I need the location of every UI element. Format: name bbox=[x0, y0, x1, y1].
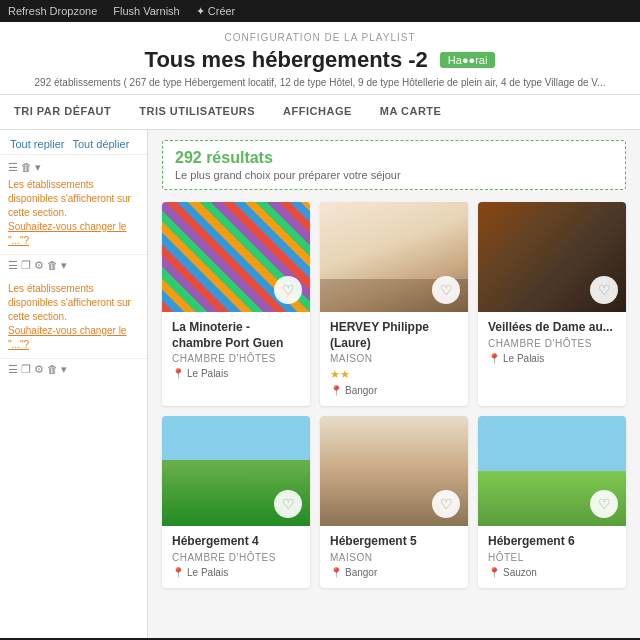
card-body-2: HERVEY Philippe (Laure) MAISON ★★ 📍 Bang… bbox=[320, 312, 468, 406]
tab-tri-defaut[interactable]: TRI PAR DÉFAUT bbox=[10, 95, 115, 129]
card-name-3: Veillées de Dame au... bbox=[488, 320, 616, 336]
playlist-title-row: Tous mes hébergements -2 Ha●●rai bbox=[20, 47, 620, 73]
sidebar-section-2-link[interactable]: Souhaitez-vous changer le bbox=[8, 325, 126, 336]
heart-icon-1[interactable]: ♡ bbox=[274, 276, 302, 304]
main-layout: Tout replier Tout déplier ☰ 🗑 ▾ Les étab… bbox=[0, 130, 640, 638]
gear-icon-1[interactable]: ⚙ bbox=[34, 259, 44, 272]
expand-all-btn[interactable]: Tout déplier bbox=[72, 138, 129, 150]
card-name-6: Hébergement 6 bbox=[488, 534, 616, 550]
property-card-3: ♡ Veillées de Dame au... CHAMBRE D'HÔTES… bbox=[478, 202, 626, 406]
results-header: 292 résultats Le plus grand choix pour p… bbox=[162, 140, 626, 190]
card-location-text-3: Le Palais bbox=[503, 353, 544, 364]
sidebar-section-1-icons: ☰ 🗑 ▾ bbox=[8, 161, 41, 174]
card-body-6: Hébergement 6 HÔTEL 📍 Sauzon bbox=[478, 526, 626, 588]
card-location-6: 📍 Sauzon bbox=[488, 567, 616, 578]
content-area: 292 résultats Le plus grand choix pour p… bbox=[148, 130, 640, 638]
card-type-6: HÔTEL bbox=[488, 552, 616, 563]
top-toolbar: Refresh Dropzone Flush Varnish ✦ Créer bbox=[0, 0, 640, 22]
card-type-1: CHAMBRE D'HÔTES bbox=[172, 353, 300, 364]
refresh-dropzone-btn[interactable]: Refresh Dropzone bbox=[8, 5, 97, 17]
tab-affichage[interactable]: AFFICHAGE bbox=[279, 95, 356, 129]
sidebar-section-1-linktext[interactable]: "..."? bbox=[8, 235, 29, 246]
collapse-all-btn[interactable]: Tout replier bbox=[10, 138, 64, 150]
duplicate-icon-1[interactable]: ❐ bbox=[21, 259, 31, 272]
creer-btn[interactable]: ✦ Créer bbox=[196, 5, 236, 18]
playlist-subtitle: 292 établissements ( 267 de type Héberge… bbox=[20, 77, 620, 88]
card-location-2: 📍 Bangor bbox=[330, 385, 458, 396]
sidebar-section-1-link[interactable]: Souhaitez-vous changer le bbox=[8, 221, 126, 232]
heart-icon-2[interactable]: ♡ bbox=[432, 276, 460, 304]
card-type-4: CHAMBRE D'HÔTES bbox=[172, 552, 300, 563]
property-cards-grid: ♡ La Minoterie - chambre Port Guen CHAMB… bbox=[162, 202, 626, 588]
property-card-6: ♡ Hébergement 6 HÔTEL 📍 Sauzon bbox=[478, 416, 626, 588]
sidebar-icons-row-2: ☰ ❐ ⚙ 🗑 ▾ bbox=[0, 359, 147, 380]
card-image-2: ♡ bbox=[320, 202, 468, 312]
tab-tris-utilisateurs[interactable]: TRIS UTILISATEURS bbox=[135, 95, 259, 129]
property-card-5: ♡ Hébergement 5 MAISON 📍 Bangor bbox=[320, 416, 468, 588]
heart-icon-5[interactable]: ♡ bbox=[432, 490, 460, 518]
gear-icon-2[interactable]: ⚙ bbox=[34, 363, 44, 376]
location-icon-6: 📍 bbox=[488, 567, 500, 578]
flush-varnish-btn[interactable]: Flush Varnish bbox=[113, 5, 179, 17]
sidebar: Tout replier Tout déplier ☰ 🗑 ▾ Les étab… bbox=[0, 130, 148, 638]
sidebar-actions: Tout replier Tout déplier bbox=[0, 130, 147, 155]
location-icon-2: 📍 bbox=[330, 385, 342, 396]
location-icon-4: 📍 bbox=[172, 567, 184, 578]
card-name-5: Hébergement 5 bbox=[330, 534, 458, 550]
chevron-icon-2[interactable]: ▾ bbox=[61, 363, 67, 376]
tab-ma-carte[interactable]: MA CARTE bbox=[376, 95, 446, 129]
card-location-3: 📍 Le Palais bbox=[488, 353, 616, 364]
card-location-text-4: Le Palais bbox=[187, 567, 228, 578]
sidebar-section-2-message: Les établissements disponibles s'affiche… bbox=[8, 282, 139, 352]
card-image-5: ♡ bbox=[320, 416, 468, 526]
playlist-title-text: Tous mes hébergements -2 bbox=[145, 47, 428, 73]
heart-icon-6[interactable]: ♡ bbox=[590, 490, 618, 518]
sidebar-section-1-message: Les établissements disponibles s'affiche… bbox=[8, 178, 139, 248]
duplicate-icon-2[interactable]: ❐ bbox=[21, 363, 31, 376]
card-image-4: ♡ bbox=[162, 416, 310, 526]
card-image-6: ♡ bbox=[478, 416, 626, 526]
card-location-text-5: Bangor bbox=[345, 567, 377, 578]
card-body-1: La Minoterie - chambre Port Guen CHAMBRE… bbox=[162, 312, 310, 389]
location-icon-1: 📍 bbox=[172, 368, 184, 379]
card-image-1: ♡ bbox=[162, 202, 310, 312]
nav-tabs: TRI PAR DÉFAUT TRIS UTILISATEURS AFFICHA… bbox=[0, 95, 640, 130]
card-name-2: HERVEY Philippe (Laure) bbox=[330, 320, 458, 351]
sidebar-section-1-header: ☰ 🗑 ▾ bbox=[8, 161, 139, 174]
list-icon-2: ☰ bbox=[8, 259, 18, 272]
card-location-text-6: Sauzon bbox=[503, 567, 537, 578]
trash-icon-2[interactable]: 🗑 bbox=[47, 363, 58, 376]
property-card-2: ♡ HERVEY Philippe (Laure) MAISON ★★ 📍 Ba… bbox=[320, 202, 468, 406]
playlist-badge[interactable]: Ha●●rai bbox=[440, 52, 496, 68]
card-body-4: Hébergement 4 CHAMBRE D'HÔTES 📍 Le Palai… bbox=[162, 526, 310, 588]
settings-icon-1[interactable]: ▾ bbox=[35, 161, 41, 174]
trash-icon-1[interactable]: 🗑 bbox=[47, 259, 58, 272]
sidebar-section-1: ☰ 🗑 ▾ Les établissements disponibles s'a… bbox=[0, 155, 147, 255]
card-stars-2: ★★ bbox=[330, 368, 458, 381]
sidebar-icons-row-1: ☰ ❐ ⚙ 🗑 ▾ bbox=[0, 255, 147, 276]
list-icon-3: ☰ bbox=[8, 363, 18, 376]
card-name-4: Hébergement 4 bbox=[172, 534, 300, 550]
list-icon: ☰ bbox=[8, 161, 18, 174]
card-type-2: MAISON bbox=[330, 353, 458, 364]
sidebar-section-2: Les établissements disponibles s'affiche… bbox=[0, 276, 147, 359]
card-type-3: CHAMBRE D'HÔTES bbox=[488, 338, 616, 349]
card-location-text-2: Bangor bbox=[345, 385, 377, 396]
location-icon-3: 📍 bbox=[488, 353, 500, 364]
card-type-5: MAISON bbox=[330, 552, 458, 563]
chevron-icon-1[interactable]: ▾ bbox=[61, 259, 67, 272]
heart-icon-3[interactable]: ♡ bbox=[590, 276, 618, 304]
sidebar-section-2-linktext[interactable]: "..."? bbox=[8, 339, 29, 350]
results-tagline: Le plus grand choix pour préparer votre … bbox=[175, 169, 613, 181]
card-name-1: La Minoterie - chambre Port Guen bbox=[172, 320, 300, 351]
results-count: 292 résultats bbox=[175, 149, 613, 167]
card-image-3: ♡ bbox=[478, 202, 626, 312]
card-location-1: 📍 Le Palais bbox=[172, 368, 300, 379]
config-label: CONFIGURATION DE LA PLAYLIST bbox=[20, 32, 620, 43]
property-card-4: ♡ Hébergement 4 CHAMBRE D'HÔTES 📍 Le Pal… bbox=[162, 416, 310, 588]
page-header: CONFIGURATION DE LA PLAYLIST Tous mes hé… bbox=[0, 22, 640, 95]
card-body-5: Hébergement 5 MAISON 📍 Bangor bbox=[320, 526, 468, 588]
delete-icon-1[interactable]: 🗑 bbox=[21, 161, 32, 174]
location-icon-5: 📍 bbox=[330, 567, 342, 578]
heart-icon-4[interactable]: ♡ bbox=[274, 490, 302, 518]
